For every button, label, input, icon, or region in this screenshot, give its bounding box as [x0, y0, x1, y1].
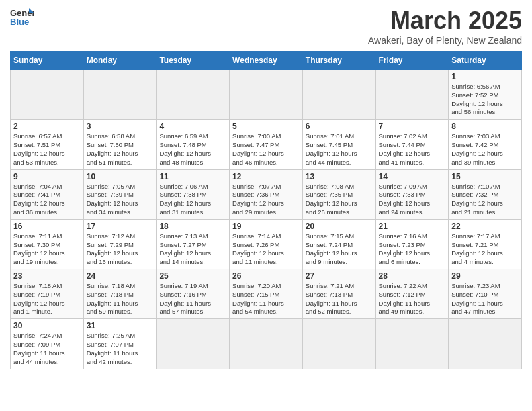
day-info: Sunrise: 7:21 AM Sunset: 7:13 PM Dayligh… — [306, 282, 373, 316]
day-info: Sunrise: 7:19 AM Sunset: 7:16 PM Dayligh… — [159, 282, 226, 316]
day-info: Sunrise: 6:56 AM Sunset: 7:52 PM Dayligh… — [451, 83, 519, 117]
calendar-week-3: 9Sunrise: 7:04 AM Sunset: 7:41 PM Daylig… — [11, 169, 522, 219]
day-info: Sunrise: 7:17 AM Sunset: 7:21 PM Dayligh… — [451, 232, 519, 267]
day-info: Sunrise: 7:23 AM Sunset: 7:10 PM Dayligh… — [451, 282, 519, 316]
col-saturday: Saturday — [449, 52, 522, 70]
day-info: Sunrise: 7:05 AM Sunset: 7:39 PM Dayligh… — [87, 183, 154, 217]
day-info: Sunrise: 7:10 AM Sunset: 7:32 PM Dayligh… — [451, 183, 519, 217]
day-info: Sunrise: 7:04 AM Sunset: 7:41 PM Dayligh… — [13, 183, 81, 217]
day-number: 24 — [87, 271, 154, 281]
calendar-week-6: 30Sunrise: 7:24 AM Sunset: 7:09 PM Dayli… — [11, 319, 522, 369]
month-title: March 2025 — [368, 7, 522, 35]
calendar-week-1: 1Sunrise: 6:56 AM Sunset: 7:52 PM Daylig… — [11, 70, 522, 120]
day-info: Sunrise: 7:11 AM Sunset: 7:30 PM Dayligh… — [13, 232, 81, 267]
col-tuesday: Tuesday — [157, 52, 230, 70]
day-info: Sunrise: 7:08 AM Sunset: 7:35 PM Dayligh… — [306, 183, 373, 217]
day-info: Sunrise: 7:25 AM Sunset: 7:07 PM Dayligh… — [87, 332, 154, 366]
day-number: 31 — [87, 321, 154, 330]
day-number: 6 — [306, 122, 373, 131]
calendar-cell — [230, 319, 303, 369]
day-number: 10 — [87, 172, 154, 181]
day-number: 1 — [451, 72, 519, 81]
day-info: Sunrise: 7:01 AM Sunset: 7:45 PM Dayligh… — [306, 132, 373, 167]
calendar-cell: 11Sunrise: 7:06 AM Sunset: 7:38 PM Dayli… — [157, 169, 230, 219]
day-number: 9 — [13, 172, 81, 181]
title-block: March 2025 Awakeri, Bay of Plenty, New Z… — [368, 7, 522, 46]
calendar-cell — [449, 319, 522, 369]
day-info: Sunrise: 7:18 AM Sunset: 7:19 PM Dayligh… — [13, 282, 81, 316]
page-header: General Blue March 2025 Awakeri, Bay of … — [10, 7, 522, 46]
day-info: Sunrise: 7:03 AM Sunset: 7:42 PM Dayligh… — [451, 132, 519, 167]
day-number: 29 — [451, 271, 519, 281]
col-monday: Monday — [83, 52, 157, 70]
col-wednesday: Wednesday — [230, 52, 303, 70]
calendar-cell: 4Sunrise: 6:59 AM Sunset: 7:48 PM Daylig… — [157, 120, 230, 169]
calendar-cell: 16Sunrise: 7:11 AM Sunset: 7:30 PM Dayli… — [11, 219, 84, 269]
calendar-cell: 10Sunrise: 7:05 AM Sunset: 7:39 PM Dayli… — [83, 169, 157, 219]
logo-icon: General Blue — [10, 7, 34, 27]
calendar-cell: 8Sunrise: 7:03 AM Sunset: 7:42 PM Daylig… — [449, 120, 522, 169]
day-info: Sunrise: 7:24 AM Sunset: 7:09 PM Dayligh… — [13, 332, 81, 366]
day-number: 23 — [13, 271, 81, 281]
calendar-cell: 26Sunrise: 7:20 AM Sunset: 7:15 PM Dayli… — [230, 269, 303, 319]
calendar-cell: 24Sunrise: 7:18 AM Sunset: 7:18 PM Dayli… — [83, 269, 157, 319]
day-info: Sunrise: 7:00 AM Sunset: 7:47 PM Dayligh… — [232, 132, 300, 167]
day-number: 2 — [13, 122, 81, 131]
calendar-week-2: 2Sunrise: 6:57 AM Sunset: 7:51 PM Daylig… — [11, 120, 522, 169]
calendar-cell — [157, 70, 230, 120]
day-info: Sunrise: 7:22 AM Sunset: 7:12 PM Dayligh… — [379, 282, 446, 316]
calendar-cell — [302, 70, 375, 120]
calendar-cell: 14Sunrise: 7:09 AM Sunset: 7:33 PM Dayli… — [375, 169, 449, 219]
header-row: Sunday Monday Tuesday Wednesday Thursday… — [11, 52, 522, 70]
day-number: 30 — [13, 321, 81, 330]
calendar-cell: 2Sunrise: 6:57 AM Sunset: 7:51 PM Daylig… — [11, 120, 84, 169]
day-info: Sunrise: 6:58 AM Sunset: 7:50 PM Dayligh… — [87, 132, 154, 167]
calendar-cell: 21Sunrise: 7:16 AM Sunset: 7:23 PM Dayli… — [375, 219, 449, 269]
day-number: 12 — [232, 172, 300, 181]
calendar-cell — [11, 70, 84, 120]
calendar-cell: 3Sunrise: 6:58 AM Sunset: 7:50 PM Daylig… — [83, 120, 157, 169]
calendar-cell: 25Sunrise: 7:19 AM Sunset: 7:16 PM Dayli… — [157, 269, 230, 319]
calendar-cell — [302, 319, 375, 369]
day-info: Sunrise: 7:15 AM Sunset: 7:24 PM Dayligh… — [306, 232, 373, 267]
day-info: Sunrise: 7:14 AM Sunset: 7:26 PM Dayligh… — [232, 232, 300, 267]
calendar-cell: 1Sunrise: 6:56 AM Sunset: 7:52 PM Daylig… — [449, 70, 522, 120]
day-number: 18 — [159, 222, 226, 231]
calendar-cell: 28Sunrise: 7:22 AM Sunset: 7:12 PM Dayli… — [375, 269, 449, 319]
calendar-cell: 15Sunrise: 7:10 AM Sunset: 7:32 PM Dayli… — [449, 169, 522, 219]
day-info: Sunrise: 7:16 AM Sunset: 7:23 PM Dayligh… — [379, 232, 446, 267]
day-number: 26 — [232, 271, 300, 281]
day-number: 16 — [13, 222, 81, 231]
calendar-cell: 7Sunrise: 7:02 AM Sunset: 7:44 PM Daylig… — [375, 120, 449, 169]
day-info: Sunrise: 7:02 AM Sunset: 7:44 PM Dayligh… — [379, 132, 446, 167]
day-info: Sunrise: 7:18 AM Sunset: 7:18 PM Dayligh… — [87, 282, 154, 316]
calendar-cell: 17Sunrise: 7:12 AM Sunset: 7:29 PM Dayli… — [83, 219, 157, 269]
calendar-cell — [375, 319, 449, 369]
day-info: Sunrise: 7:20 AM Sunset: 7:15 PM Dayligh… — [232, 282, 300, 316]
calendar-table: Sunday Monday Tuesday Wednesday Thursday… — [10, 51, 522, 369]
location-subtitle: Awakeri, Bay of Plenty, New Zealand — [368, 35, 522, 46]
calendar-cell: 6Sunrise: 7:01 AM Sunset: 7:45 PM Daylig… — [302, 120, 375, 169]
day-number: 28 — [379, 271, 446, 281]
day-number: 4 — [159, 122, 226, 131]
calendar-week-4: 16Sunrise: 7:11 AM Sunset: 7:30 PM Dayli… — [11, 219, 522, 269]
col-friday: Friday — [375, 52, 449, 70]
day-number: 8 — [451, 122, 519, 131]
calendar-cell: 22Sunrise: 7:17 AM Sunset: 7:21 PM Dayli… — [449, 219, 522, 269]
day-number: 17 — [87, 222, 154, 231]
col-thursday: Thursday — [302, 52, 375, 70]
day-number: 13 — [306, 172, 373, 181]
calendar-cell: 19Sunrise: 7:14 AM Sunset: 7:26 PM Dayli… — [230, 219, 303, 269]
calendar-cell: 27Sunrise: 7:21 AM Sunset: 7:13 PM Dayli… — [302, 269, 375, 319]
day-number: 27 — [306, 271, 373, 281]
day-number: 11 — [159, 172, 226, 181]
calendar-cell — [375, 70, 449, 120]
calendar-cell: 5Sunrise: 7:00 AM Sunset: 7:47 PM Daylig… — [230, 120, 303, 169]
calendar-week-5: 23Sunrise: 7:18 AM Sunset: 7:19 PM Dayli… — [11, 269, 522, 319]
calendar-cell: 13Sunrise: 7:08 AM Sunset: 7:35 PM Dayli… — [302, 169, 375, 219]
calendar-cell: 23Sunrise: 7:18 AM Sunset: 7:19 PM Dayli… — [11, 269, 84, 319]
day-info: Sunrise: 7:07 AM Sunset: 7:36 PM Dayligh… — [232, 183, 300, 217]
day-number: 20 — [306, 222, 373, 231]
day-number: 5 — [232, 122, 300, 131]
svg-text:Blue: Blue — [10, 17, 29, 27]
